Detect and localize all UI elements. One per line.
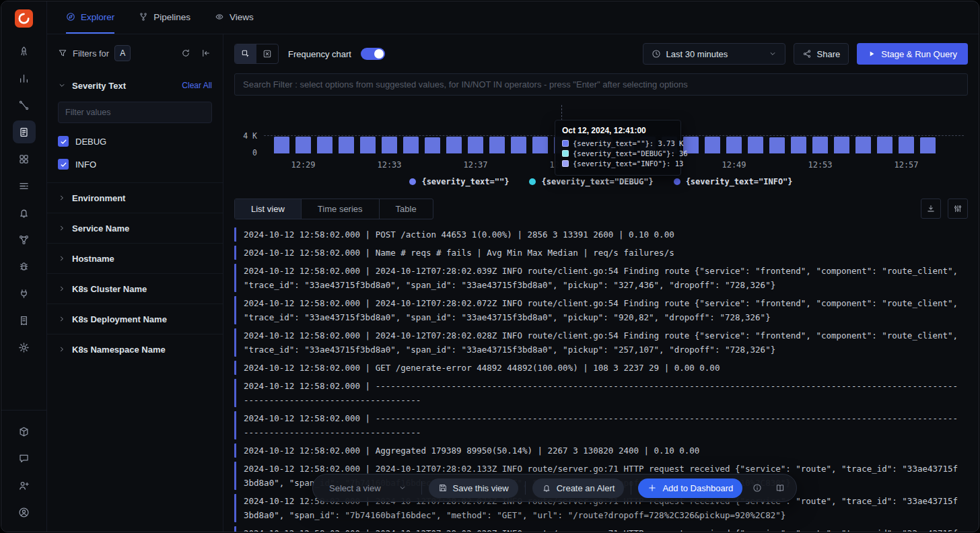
create-alert-button[interactable]: Create an Alert [532,478,625,498]
checkbox-icon[interactable] [58,136,69,147]
chart-bar[interactable] [360,137,376,153]
sidebar-account-button[interactable] [13,501,36,524]
filter-option-info[interactable]: INFO [58,154,212,174]
log-row[interactable]: 2024-10-12 12:58:02.000 | 2024-10-12T07:… [234,264,968,292]
chart-bar[interactable] [532,137,548,153]
filter-section-k8s-cluster-name[interactable]: K8s Cluster Name [58,274,212,304]
chart-bar[interactable] [468,137,483,153]
chart-bar[interactable] [769,137,785,154]
chart-bar[interactable] [920,137,936,153]
legend-item[interactable]: {severity_text=""} [409,177,509,186]
tab-table[interactable]: Table [379,199,433,219]
chart-bar[interactable] [403,137,419,153]
sidebar-support-button[interactable] [13,447,36,470]
sidebar-dashboards-button[interactable] [13,147,36,170]
chart-bar[interactable] [748,137,763,153]
x-axis-label: 12:57 [894,160,918,170]
docs-button[interactable] [772,480,788,496]
log-row[interactable]: 2024-10-12 12:58:02.000 | 2024-10-12T07:… [234,328,968,357]
legend-item[interactable]: {severity_text="DEBUG"} [529,177,653,186]
y-axis-label: 0 [236,148,257,157]
filter-values-input[interactable] [58,102,212,123]
tab-views[interactable]: Views [215,1,254,34]
sidebar-messaging-queues-button[interactable] [13,174,36,197]
filter-section-environment[interactable]: Environment [58,183,212,213]
legend-label: {severity_text="INFO"} [686,177,793,186]
legend-item[interactable]: {severity_text="INFO"} [674,177,793,186]
tab-time-series[interactable]: Time series [301,199,379,219]
sidebar-get-started-button[interactable] [13,40,36,63]
filter-section-k8s-deployment-name[interactable]: K8s Deployment Name [58,304,212,334]
chart-tooltip: Oct 12, 2024, 12:41:00 {severity_text=""… [555,120,681,176]
tab-explorer[interactable]: Explorer [66,1,114,34]
export-button[interactable] [921,199,941,219]
checkbox-icon[interactable] [58,159,69,170]
format-options-button[interactable] [948,199,968,219]
chart-bar[interactable] [726,137,742,153]
clear-all-link[interactable]: Clear All [182,81,212,90]
tooltip-row-text: {severity_text="DEBUG"}: 36 [573,149,688,157]
sidebar-exceptions-button[interactable] [13,255,36,278]
log-row[interactable]: 2024-10-12 12:58:02.000 | Name # reqs # … [234,246,968,260]
invite-member-icon [18,480,30,491]
pipelines-icon [139,12,148,22]
stage-run-query-button[interactable]: Stage & Run Query [857,43,968,65]
chart-bar[interactable] [489,137,505,153]
chart-bar[interactable] [855,137,871,153]
save-view-button[interactable]: Save this view [429,478,518,498]
tab-list-view[interactable]: List view [235,199,301,219]
log-row[interactable]: 2024-10-12 12:58:02.000 | 2024-10-12T07:… [234,296,968,324]
signoz-logo[interactable] [15,9,33,28]
chart-bar[interactable] [446,137,462,153]
collapse-filters-button[interactable] [199,46,213,61]
sidebar-integrations-button[interactable] [13,282,36,305]
chart-bar[interactable] [899,137,914,153]
add-to-dashboard-button[interactable]: Add to Dashboard [638,478,742,498]
sidebar-service-map-button[interactable] [13,228,36,251]
sidebar-traces-button[interactable] [13,94,36,116]
sidebar-services-button[interactable] [13,67,36,90]
sync-filters-button[interactable] [178,46,193,61]
chart-bar[interactable] [834,137,849,153]
sidebar-logs-button[interactable] [13,120,36,143]
log-row[interactable]: 2024-10-12 12:58:02.000 | Aggregated 179… [234,443,968,458]
chart-bar[interactable] [317,137,332,153]
log-row[interactable]: 2024-10-12 12:58:02.000 | --------------… [234,379,968,407]
sidebar-version-button[interactable] [13,420,36,443]
sidebar-alerts-button[interactable] [13,201,36,224]
sidebar-settings-button[interactable] [13,336,36,359]
chart-bar[interactable] [791,137,806,153]
sidebar-invite-member-button[interactable] [13,474,36,497]
chart-bar[interactable] [877,137,893,153]
chart-bar[interactable] [274,137,289,153]
chart-bar[interactable] [295,137,311,153]
sidebar-billing-button[interactable] [13,309,36,332]
environment-badge[interactable]: A [114,45,131,61]
filters-panel-toggle-button[interactable] [235,44,256,63]
filter-section-k8s-namespace-name[interactable]: K8s Namespace Name [58,334,212,364]
log-row[interactable]: 2024-10-12 12:58:02.000 | 2024-10-12T07:… [234,526,968,532]
chart-bar[interactable] [425,137,440,154]
chart-bar[interactable] [511,137,526,153]
filters-panel-close-button[interactable] [256,44,278,63]
tab-pipelines[interactable]: Pipelines [139,1,190,34]
x-axis-label: 12:53 [808,160,832,170]
info-button[interactable] [749,480,765,496]
chart-bar[interactable] [382,137,397,153]
filter-section-hostname[interactable]: Hostname [58,244,212,273]
select-view-dropdown[interactable]: Select a view [321,479,415,497]
chart-bar[interactable] [705,137,720,153]
time-range-select[interactable]: Last 30 minutes [643,43,785,65]
log-row[interactable]: 2024-10-12 12:58:02.000 | POST /action 4… [234,227,968,242]
filter-option-debug[interactable]: DEBUG [58,131,212,151]
log-row[interactable]: 2024-10-12 12:58:02.000 | --------------… [234,411,968,439]
log-row[interactable]: 2024-10-12 12:58:02.000 | GET /generate-… [234,361,968,375]
filter-section-service-name[interactable]: Service Name [58,213,212,243]
filter-section-severity-text[interactable]: Severity TextClear All [58,71,212,100]
chart-bar[interactable] [339,137,354,153]
search-filter-input[interactable] [234,73,968,96]
filter-option-label: DEBUG [75,137,106,147]
share-button[interactable]: Share [794,43,849,65]
frequency-chart-toggle[interactable] [361,48,385,60]
chart-bar[interactable] [812,137,828,153]
